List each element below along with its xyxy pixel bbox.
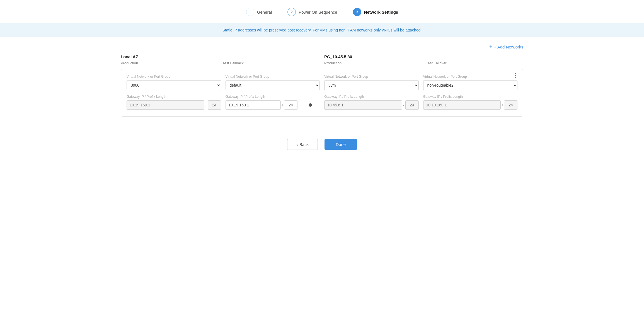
col4-slash: /	[502, 103, 503, 107]
connector-line-right	[312, 105, 320, 105]
back-icon: ‹	[296, 142, 298, 147]
stepper: 1 General 2 Power On Sequence 3 Network …	[0, 0, 644, 23]
col1-gw-input-row: /	[127, 100, 221, 110]
pc-title: PC_10.45.5.30	[324, 54, 422, 59]
col2-vnet-group: Virtual Network or Port Group default	[226, 75, 320, 90]
add-networks-label: + Add Networks	[494, 45, 523, 49]
col2-gateway-label: Gateway IP / Prefix Length	[226, 95, 320, 99]
done-label: Done	[336, 142, 346, 147]
done-button[interactable]: Done	[325, 139, 357, 150]
col1-subtitle: Production	[121, 60, 218, 65]
step-2-circle: 2	[287, 8, 296, 16]
local-az-title: Local AZ	[121, 54, 218, 59]
col1-gateway-ip[interactable]	[127, 100, 204, 110]
back-label: Back	[299, 142, 309, 147]
col4-gateway-label: Gateway IP / Prefix Length	[423, 95, 518, 99]
step-3-circle: 3	[353, 8, 361, 16]
col2-gateway-ip[interactable]	[226, 100, 281, 110]
col2-subtitle: Test Failback	[222, 60, 320, 65]
add-networks-button[interactable]: + + Add Networks	[489, 44, 523, 50]
step-3-label: Network Settings	[364, 10, 398, 14]
col1-gateway-group: Gateway IP / Prefix Length /	[127, 95, 221, 110]
col2-slash: /	[282, 103, 283, 107]
col4-gw-input-row: /	[423, 100, 518, 110]
step-separator-1	[275, 12, 284, 12]
step-2: 2 Power On Sequence	[287, 8, 337, 16]
col3-vnet-label: Virtual Network or Port Group	[324, 75, 419, 79]
col3-vnet-select[interactable]: uvm	[324, 80, 419, 90]
connector-group	[301, 103, 320, 107]
info-banner: Static IP addresses will be preserved po…	[0, 23, 644, 37]
col3-vnet-group: Virtual Network or Port Group uvm	[324, 75, 419, 90]
col2-gateway-group: Gateway IP / Prefix Length /	[226, 95, 320, 110]
col3-prefix[interactable]	[405, 100, 419, 110]
col4-vnet-select[interactable]: non-routeable2	[423, 80, 518, 90]
add-networks-row: + + Add Networks	[121, 44, 523, 50]
col4-gateway-ip[interactable]	[423, 100, 501, 110]
vnet-row: Virtual Network or Port Group 3900 Virtu…	[127, 75, 517, 90]
step-2-label: Power On Sequence	[299, 10, 337, 14]
step-1: 1 General	[246, 8, 272, 16]
col4-prefix[interactable]	[504, 100, 517, 110]
connector-line-left	[301, 105, 309, 105]
col3-subtitle: Production	[324, 60, 422, 65]
col3-slash: /	[403, 103, 404, 107]
more-menu-icon[interactable]: ⋮	[513, 72, 519, 78]
col1-vnet-group: Virtual Network or Port Group 3900	[127, 75, 221, 90]
col2-vnet-label: Virtual Network or Port Group	[226, 75, 320, 79]
network-card: ⋮ Virtual Network or Port Group 3900 Vir…	[121, 69, 523, 117]
col3-gateway-ip[interactable]	[324, 100, 402, 110]
step-3: 3 Network Settings	[353, 8, 398, 16]
info-banner-text: Static IP addresses will be preserved po…	[222, 28, 422, 32]
col3-gw-input-row: /	[324, 100, 419, 110]
col1-slash: /	[205, 103, 207, 107]
col4-vnet-group: Virtual Network or Port Group non-routea…	[423, 75, 518, 90]
connector-dot	[309, 103, 312, 107]
col1-vnet-label: Virtual Network or Port Group	[127, 75, 221, 79]
col3-gateway-label: Gateway IP / Prefix Length	[324, 95, 419, 99]
col4-gateway-group: Gateway IP / Prefix Length /	[423, 95, 518, 110]
col2-gw-input-row: /	[226, 100, 320, 110]
step-1-label: General	[257, 10, 272, 14]
col1-prefix[interactable]	[208, 100, 221, 110]
col2-prefix[interactable]	[284, 100, 297, 110]
back-button[interactable]: ‹ Back	[287, 139, 318, 150]
footer: ‹ Back Done	[121, 139, 523, 161]
col1-gateway-label: Gateway IP / Prefix Length	[127, 95, 221, 99]
step-separator-2	[341, 12, 350, 12]
col1-vnet-select[interactable]: 3900	[127, 80, 221, 90]
plus-icon: +	[489, 44, 492, 50]
main-content: + + Add Networks Local AZ PC_10.45.5.30 …	[107, 37, 537, 168]
col4-subtitle: Test Failover	[426, 60, 523, 65]
step-1-circle: 1	[246, 8, 254, 16]
gateway-row: Gateway IP / Prefix Length / Gateway IP …	[127, 95, 517, 110]
col2-vnet-select[interactable]: default	[226, 80, 320, 90]
col3-gateway-group: Gateway IP / Prefix Length /	[324, 95, 419, 110]
col4-vnet-label: Virtual Network or Port Group	[423, 75, 518, 79]
